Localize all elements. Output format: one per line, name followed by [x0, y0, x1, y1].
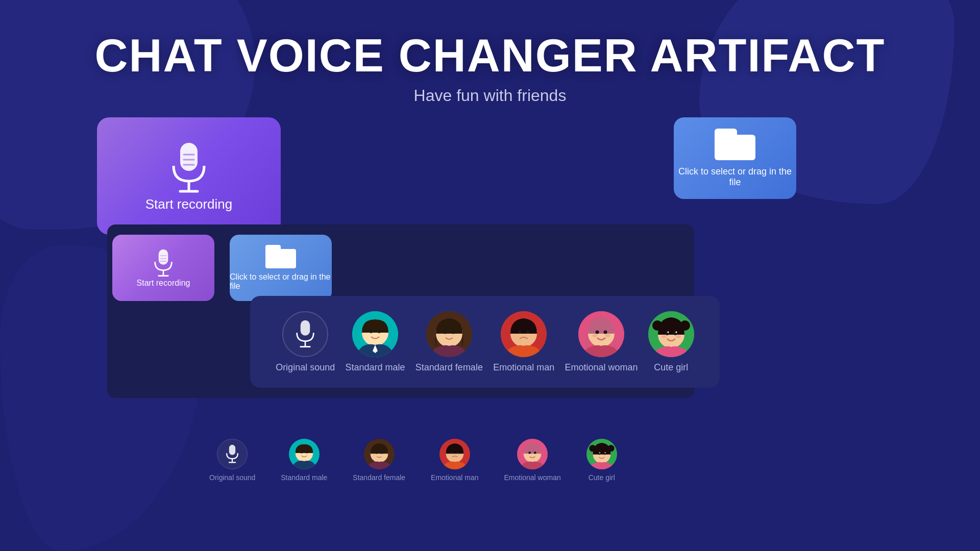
header: CHAT VOICE CHANGER ARTIFACT Have fun wit…: [95, 0, 886, 105]
svg-rect-0: [180, 143, 198, 171]
voice-label-emotional-man: Emotional man: [493, 362, 554, 373]
avatar-small-original: [217, 439, 248, 469]
voice-item-cute-girl[interactable]: Cute girl: [648, 311, 694, 373]
folder-icon-medium: [265, 245, 296, 268]
voice-label-small-standard-male: Standard male: [281, 473, 327, 482]
start-recording-label-medium: Start recording: [137, 279, 190, 288]
file-select-label-medium: Click to select or drag in the file: [230, 272, 332, 291]
svg-point-36: [680, 320, 690, 331]
avatar-small-emotional-woman: [517, 439, 548, 469]
voice-item-original[interactable]: Original sound: [276, 311, 335, 373]
folder-icon-large: [715, 129, 755, 160]
voice-label-standard-male: Standard male: [345, 362, 405, 373]
page-subtitle: Have fun with friends: [95, 86, 886, 105]
svg-point-18: [378, 330, 381, 333]
svg-point-32: [605, 334, 610, 337]
voice-panel-large: Original sound: [250, 296, 720, 388]
avatar-standard-female: [426, 311, 472, 357]
avatar-standard-male: [352, 311, 398, 357]
file-select-card-large[interactable]: Click to select or drag in the file: [674, 117, 796, 199]
voice-label-small-standard-female: Standard female: [353, 473, 405, 482]
svg-point-29: [596, 330, 599, 334]
svg-point-57: [534, 452, 536, 454]
svg-point-63: [599, 452, 600, 453]
svg-point-60: [607, 445, 614, 452]
voice-item-standard-female[interactable]: Standard female: [415, 311, 483, 373]
voice-item-emotional-man[interactable]: Emotional man: [493, 311, 554, 373]
voice-item-small-standard-female[interactable]: Standard female: [353, 439, 405, 482]
svg-point-39: [667, 331, 669, 333]
voice-panel-small: Original sound Standard male: [209, 439, 617, 482]
voice-label-small-emotional-man: Emotional man: [431, 473, 478, 482]
svg-point-50: [375, 452, 378, 454]
voice-item-emotional-woman[interactable]: Emotional woman: [565, 311, 638, 373]
svg-point-41: [662, 335, 667, 338]
avatar-emotional-woman: [578, 311, 624, 357]
microphone-icon-medium: [151, 248, 176, 279]
voice-item-small-emotional-man[interactable]: Emotional man: [431, 439, 478, 482]
voice-item-small-cute-girl[interactable]: Cute girl: [586, 439, 617, 482]
page-container: CHAT VOICE CHANGER ARTIFACT Have fun wit…: [0, 0, 980, 551]
voice-item-small-emotional-woman[interactable]: Emotional woman: [504, 439, 560, 482]
svg-point-64: [604, 452, 605, 453]
avatar-emotional-man: [501, 311, 547, 357]
start-recording-card-large[interactable]: Start recording: [97, 117, 281, 235]
svg-point-53: [451, 452, 453, 454]
svg-point-40: [675, 331, 677, 333]
avatar-small-emotional-man: [439, 439, 470, 469]
svg-rect-12: [301, 320, 310, 335]
svg-point-51: [381, 452, 383, 454]
file-select-card-medium[interactable]: Click to select or drag in the file: [230, 235, 332, 301]
voice-label-emotional-woman: Emotional woman: [565, 362, 638, 373]
file-select-label-large: Click to select or drag in the file: [674, 166, 796, 188]
voice-item-small-original[interactable]: Original sound: [209, 439, 255, 482]
voice-item-small-standard-male[interactable]: Standard male: [281, 439, 327, 482]
svg-point-22: [451, 330, 455, 334]
svg-point-25: [518, 331, 521, 334]
svg-point-17: [370, 330, 373, 333]
svg-point-30: [604, 330, 607, 334]
main-content: Start recording Click to select or drag …: [0, 102, 980, 551]
svg-point-21: [443, 330, 447, 334]
avatar-cute-girl: [648, 311, 694, 357]
svg-point-54: [456, 452, 458, 454]
avatar-small-standard-male: [289, 439, 320, 469]
svg-point-56: [528, 452, 531, 454]
svg-rect-43: [229, 445, 235, 455]
voice-label-small-original: Original sound: [209, 473, 255, 482]
svg-point-59: [589, 445, 596, 452]
avatar-small-cute-girl: [586, 439, 617, 469]
svg-point-35: [652, 320, 663, 331]
svg-point-42: [676, 335, 681, 338]
start-recording-card-medium[interactable]: Start recording: [112, 235, 214, 301]
svg-point-26: [526, 331, 529, 334]
voice-item-standard-male[interactable]: Standard male: [345, 311, 405, 373]
voice-label-standard-female: Standard female: [415, 362, 483, 373]
start-recording-label-large: Start recording: [145, 196, 233, 212]
page-title: CHAT VOICE CHANGER ARTIFACT: [95, 31, 886, 81]
microphone-icon-large: [166, 140, 212, 196]
voice-label-small-cute-girl: Cute girl: [589, 473, 615, 482]
voice-label-cute-girl: Cute girl: [654, 362, 688, 373]
svg-point-47: [300, 452, 302, 454]
avatar-original: [282, 311, 328, 357]
svg-point-31: [592, 334, 597, 337]
svg-point-48: [306, 452, 308, 454]
svg-rect-6: [159, 249, 168, 265]
voice-label-small-emotional-woman: Emotional woman: [504, 473, 560, 482]
voice-label-original: Original sound: [276, 362, 335, 373]
avatar-small-standard-female: [364, 439, 395, 469]
